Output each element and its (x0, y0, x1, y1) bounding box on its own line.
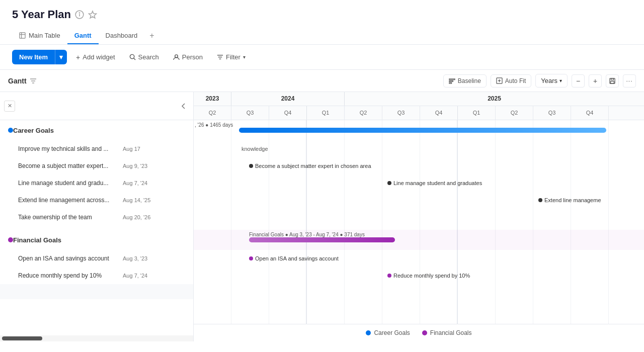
svg-rect-4 (20, 32, 25, 38)
task-date-7: Aug 7, '24 (123, 273, 147, 279)
star-icon[interactable] (88, 10, 97, 19)
gantt-body: ✕ Career Goals Improve my technical skil… (0, 92, 644, 341)
career-goals-group[interactable]: Career Goals (0, 120, 193, 140)
q2-2024: Q2 (345, 106, 382, 120)
financial-task1-chart-row: Open an ISA and savings account (194, 250, 644, 267)
financial-legend-dot (422, 330, 427, 335)
q1-2024: Q1 (307, 106, 345, 120)
financial-group-chart-row: Financial Goals ● Aug 3, '23 - Aug 7, '2… (194, 230, 644, 250)
svg-rect-17 (449, 81, 453, 82)
task-row-6[interactable]: Open an ISA and savings account Aug 3, '… (0, 250, 193, 267)
toolbar: New Item ▾ + Add widget Search Person Fi… (0, 45, 644, 70)
tab-gantt-label: Gantt (74, 32, 92, 39)
task-date-5: Aug 20, '26 (123, 214, 150, 220)
svg-rect-16 (449, 79, 455, 80)
zoom-out-button[interactable]: − (572, 74, 585, 87)
close-panel-button[interactable]: ✕ (4, 101, 15, 112)
svg-point-7 (130, 54, 134, 58)
new-item-label: New Item (12, 50, 55, 64)
tab-add-button[interactable]: + (144, 27, 159, 44)
task4-milestone-label: Extend line manageme (544, 197, 601, 203)
financial-goals-bar (249, 237, 395, 242)
collapse-panel-button[interactable] (178, 101, 189, 112)
svg-rect-23 (611, 78, 613, 79)
bottom-legend: Career Goals Financial Goals (194, 324, 644, 341)
gantt-view-title: Gantt (8, 77, 27, 85)
gantt-header-bar: Gantt Baseline (0, 70, 644, 92)
task-date-2: Aug 9, '23 (123, 163, 147, 169)
new-item-arrow[interactable]: ▾ (55, 50, 67, 64)
zoom-in-button[interactable]: + (589, 74, 602, 87)
svg-point-2 (79, 13, 79, 13)
task-row-2[interactable]: Become a subject matter expert... Aug 9,… (0, 157, 193, 174)
task-name-4: Extend line management across... (18, 197, 119, 204)
years-label: Years (541, 77, 557, 84)
more-options-button[interactable]: ··· (623, 74, 636, 87)
filter-button[interactable]: Filter ▾ (212, 50, 251, 64)
years-chevron-icon: ▾ (559, 78, 562, 83)
task-row-4[interactable]: Extend line management across... Aug 14,… (0, 192, 193, 209)
gantt-filter-icon[interactable] (30, 77, 37, 84)
svg-line-8 (133, 58, 135, 60)
add-widget-button[interactable]: + Add widget (71, 50, 120, 64)
career-legend-label: Career Goals (374, 329, 410, 336)
task-row-3[interactable]: Line manage student and gradu... Aug 7, … (0, 174, 193, 192)
search-button[interactable]: Search (124, 50, 164, 64)
table-icon (19, 32, 26, 39)
baseline-button[interactable]: Baseline (443, 74, 487, 87)
tab-gantt[interactable]: Gantt (67, 28, 99, 44)
task-row-5[interactable]: Take ownership of the team Aug 20, '26 (0, 209, 193, 226)
tab-main-table[interactable]: Main Table (12, 28, 67, 44)
legend-financial: Financial Goals (422, 329, 472, 336)
add-widget-label: Add widget (83, 53, 115, 61)
chart-rows: , '26 ● 1465 days knowledge Become a sub… (194, 120, 644, 324)
task-name-7: Reduce monthly spend by 10% (18, 272, 119, 279)
reduce-spend-milestone (387, 274, 391, 278)
task-row-1[interactable]: Improve my technical skills and ... Aug … (0, 140, 193, 157)
save-view-button[interactable] (606, 74, 619, 87)
q3-2024: Q3 (382, 106, 420, 120)
task2-chart-row: Become a subject matter expert in chosen… (194, 157, 644, 174)
task-row-7[interactable]: Reduce monthly spend by 10% Aug 7, '24 (0, 267, 193, 284)
horizontal-scrollbar[interactable] (0, 335, 193, 341)
task3-milestone (387, 181, 391, 185)
career-legend-dot (366, 330, 371, 335)
right-panel: 2023 2024 2025 Q2 Q3 Q4 Q1 Q2 Q3 Q4 Q1 Q… (194, 92, 644, 341)
task-name-3: Line manage student and gradu... (18, 180, 119, 187)
filter-icon (217, 54, 223, 60)
financial-goals-group[interactable]: Financial Goals (0, 230, 193, 250)
task1-chart-row: knowledge (194, 140, 644, 157)
chart-header: 2023 2024 2025 Q2 Q3 Q4 Q1 Q2 Q3 Q4 Q1 Q… (194, 92, 644, 120)
new-item-button[interactable]: New Item ▾ (12, 50, 67, 64)
q1-2025: Q1 (458, 106, 496, 120)
tab-dashboard[interactable]: Dashboard (99, 28, 145, 44)
year-2025: 2025 (345, 92, 644, 106)
isa-milestone (249, 256, 253, 260)
baseline-label: Baseline (458, 77, 481, 84)
task-name-5: Take ownership of the team (18, 214, 119, 221)
gantt-container: Gantt Baseline (0, 70, 644, 341)
reduce-spend-label: Reduce monthly spend by 10% (393, 273, 470, 279)
career-goals-bar (239, 128, 606, 133)
info-icon[interactable] (75, 10, 84, 19)
save-icon (609, 78, 615, 84)
q2-2025: Q2 (496, 106, 533, 120)
title-row: 5 Year Plan (12, 8, 632, 21)
career-bar-date-label: , '26 ● 1465 days (195, 122, 233, 128)
scrollbar-thumb[interactable] (2, 336, 42, 340)
auto-fit-button[interactable]: Auto Fit (491, 74, 531, 87)
task-name-2: Become a subject matter expert... (18, 162, 119, 169)
financial-bar-label: Financial Goals ● Aug 3, '23 - Aug 7, '2… (249, 232, 365, 237)
task2-milestone (249, 164, 253, 168)
auto-fit-icon (496, 77, 503, 84)
person-button[interactable]: Person (168, 50, 208, 64)
gantt-title-area: Gantt (8, 77, 37, 85)
career-goals-label: Career Goals (13, 127, 54, 134)
tab-dashboard-label: Dashboard (106, 32, 138, 39)
svg-point-9 (175, 55, 178, 58)
year-row: 2023 2024 2025 (194, 92, 644, 106)
filter-chevron-icon: ▾ (243, 54, 246, 60)
years-select[interactable]: Years ▾ (535, 74, 568, 87)
q4-2024: Q4 (420, 106, 458, 120)
spacer (0, 284, 193, 299)
